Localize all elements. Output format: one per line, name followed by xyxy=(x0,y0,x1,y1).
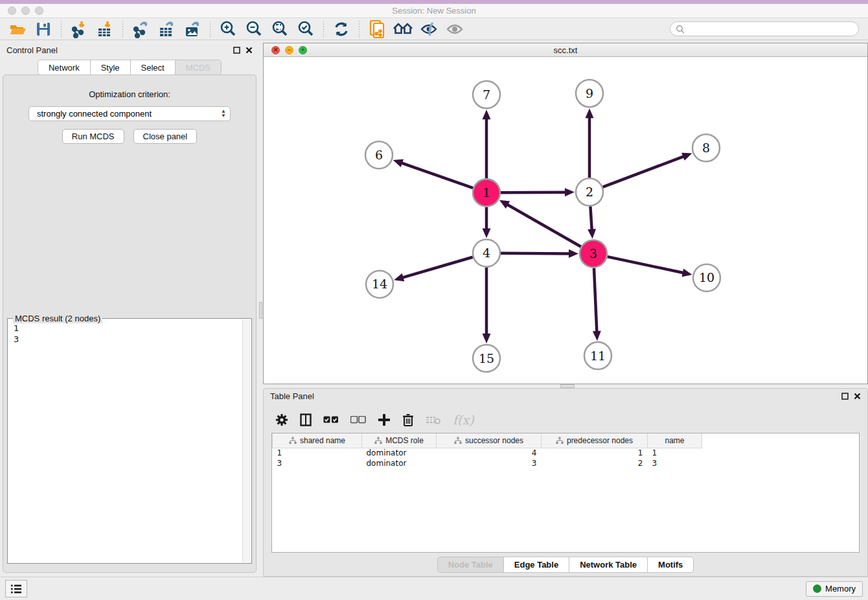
search-input[interactable] xyxy=(688,25,853,34)
column-header-successor-nodes[interactable]: successor nodes xyxy=(437,433,542,448)
save-icon xyxy=(36,21,51,37)
column-type-icon xyxy=(289,437,297,444)
vertical-split-divider[interactable] xyxy=(259,40,262,577)
graph-node-label: 2 xyxy=(586,185,593,199)
criterion-select[interactable]: strongly connected component ▲▼ xyxy=(29,106,231,121)
graph-edge-1-6[interactable] xyxy=(401,163,473,188)
plus-icon xyxy=(378,413,391,426)
graph-edge-3-1[interactable] xyxy=(507,204,581,246)
minimize-window-button[interactable] xyxy=(21,6,30,15)
clone-network-button[interactable] xyxy=(366,20,388,38)
table-row[interactable]: 1 dominator 4 1 1 xyxy=(273,448,702,458)
graph-arrowhead xyxy=(393,159,404,167)
close-panel-icon[interactable] xyxy=(246,47,253,54)
memory-button[interactable]: Memory xyxy=(806,581,863,597)
control-panel-tabs: Network Style Select MCDS xyxy=(0,60,259,75)
control-panel: Control Panel Network Style Select MCDS … xyxy=(0,40,259,577)
graph-node-label: 3 xyxy=(589,246,597,260)
create-column-button[interactable] xyxy=(378,411,391,429)
search-icon xyxy=(676,25,685,34)
search-area xyxy=(670,21,859,36)
open-session-button[interactable] xyxy=(6,20,29,38)
column-header-predecessor-nodes[interactable]: predecessor nodes xyxy=(542,433,648,448)
tab-network[interactable]: Network xyxy=(38,60,90,75)
refresh-icon xyxy=(333,21,350,38)
tab-edge-table[interactable]: Edge Table xyxy=(503,557,569,573)
graph-node-label: 6 xyxy=(375,148,383,162)
zoom-out-button[interactable] xyxy=(243,20,265,38)
result-scrollbar[interactable] xyxy=(242,319,251,562)
import-network-button[interactable] xyxy=(68,20,90,38)
export-network-button[interactable] xyxy=(130,20,152,38)
graph-edge-2-8[interactable] xyxy=(603,156,685,187)
save-session-button[interactable] xyxy=(32,20,54,38)
tab-motifs[interactable]: Motifs xyxy=(647,557,694,573)
network-graph[interactable]: 7968124314101511 xyxy=(264,57,867,384)
tab-style[interactable]: Style xyxy=(90,60,130,75)
fit-content-button[interactable] xyxy=(269,20,291,38)
tab-select[interactable]: Select xyxy=(130,60,175,75)
apply-layout-button[interactable] xyxy=(330,20,352,38)
column-header-mcds-role[interactable]: MCDS role xyxy=(362,433,437,448)
delete-column-button[interactable] xyxy=(402,411,414,429)
export-image-button[interactable] xyxy=(181,20,203,38)
graph-edge-2-3[interactable] xyxy=(590,206,591,230)
tab-network-table[interactable]: Network Table xyxy=(569,557,647,573)
first-neighbors-button[interactable] xyxy=(392,20,414,38)
horizontal-split-divider[interactable] xyxy=(262,384,868,388)
select-all-button[interactable] xyxy=(323,411,339,429)
show-all-button[interactable] xyxy=(444,20,466,38)
import-network-icon xyxy=(70,20,88,38)
hide-selected-button[interactable] xyxy=(418,20,440,38)
graph-node-label: 11 xyxy=(590,349,606,363)
deselect-all-button[interactable] xyxy=(350,411,366,429)
zoom-selected-button[interactable] xyxy=(295,20,317,38)
graph-arrowhead xyxy=(483,334,491,343)
table-row[interactable]: 3 dominator 3 2 3 xyxy=(273,458,702,468)
search-box[interactable] xyxy=(670,21,859,36)
tab-mcds[interactable]: MCDS xyxy=(175,60,222,75)
window-title: Session: New Session xyxy=(0,6,868,16)
select-chevrons-icon: ▲▼ xyxy=(221,110,226,118)
node-table[interactable]: shared name xyxy=(271,433,860,553)
mcds-result-title: MCDS result (2 nodes) xyxy=(13,314,102,323)
unchecked-boxes-icon xyxy=(350,416,366,424)
graph-node-label: 4 xyxy=(483,246,490,260)
split-grabber[interactable] xyxy=(560,384,575,388)
table-panel-header: Table Panel xyxy=(264,389,867,403)
float-panel-icon[interactable] xyxy=(841,393,849,400)
tab-node-table[interactable]: Node Table xyxy=(437,557,503,573)
split-grabber[interactable] xyxy=(259,302,262,319)
zoom-in-button[interactable] xyxy=(217,20,239,38)
toolbar-separator xyxy=(359,21,360,38)
run-mcds-button[interactable]: Run MCDS xyxy=(62,129,124,144)
export-table-icon xyxy=(157,20,176,38)
graph-edge-3-10[interactable] xyxy=(608,257,684,273)
float-panel-icon[interactable] xyxy=(233,47,240,54)
graph-node-label: 10 xyxy=(699,270,714,284)
export-table-button[interactable] xyxy=(155,20,177,38)
network-canvas[interactable]: 7968124314101511 xyxy=(264,57,867,384)
close-panel-icon[interactable] xyxy=(854,393,861,400)
graph-edge-3-11[interactable] xyxy=(594,268,597,332)
graph-arrowhead xyxy=(681,153,692,161)
graph-arrowhead xyxy=(586,108,594,118)
fx-icon: f(x) xyxy=(453,413,474,427)
close-panel-button[interactable]: Close panel xyxy=(133,129,198,144)
graph-edge-4-3[interactable] xyxy=(501,253,570,254)
table-settings-button[interactable] xyxy=(275,411,288,429)
import-table-button[interactable] xyxy=(94,20,116,38)
maximize-window-button[interactable] xyxy=(35,6,43,15)
show-columns-button[interactable] xyxy=(300,411,312,429)
mcds-result-line: 1 xyxy=(14,323,246,334)
table-panel-title: Table Panel xyxy=(270,391,314,401)
column-header-name[interactable]: name xyxy=(648,433,702,448)
toolbar-separator xyxy=(122,21,123,38)
trash-icon xyxy=(402,413,414,427)
graph-edge-1-2[interactable] xyxy=(501,192,566,193)
show-panels-button[interactable] xyxy=(5,580,27,597)
column-header-shared-name[interactable]: shared name xyxy=(273,433,362,448)
export-image-icon xyxy=(183,20,201,38)
graph-edge-4-14[interactable] xyxy=(402,257,473,278)
close-window-button[interactable] xyxy=(8,6,16,15)
